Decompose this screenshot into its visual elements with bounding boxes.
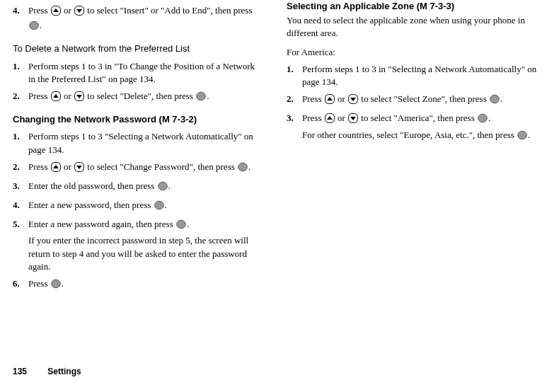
text: Press xyxy=(28,91,50,101)
svg-point-10 xyxy=(154,201,163,209)
up-icon xyxy=(51,162,61,175)
step-text: Press or to select "Select Zone", then p… xyxy=(302,93,538,108)
step-zone-3: 3. Press or to select "America", then pr… xyxy=(287,112,538,143)
down-icon xyxy=(74,91,84,105)
right-column: Selecting an Applicable Zone (M 7-3-3) Y… xyxy=(287,0,538,292)
step-text: Press or to select "Change Password", th… xyxy=(28,161,264,175)
text: Enter the old password, then press xyxy=(28,180,157,191)
up-icon xyxy=(51,91,61,105)
step-text: Perform steps 1 to 3 in "To Change the P… xyxy=(28,60,264,86)
step-text: Enter the old password, then press . xyxy=(28,180,264,195)
subheading-delete-network: To Delete a Network from the Preferred L… xyxy=(13,42,264,55)
chapter-title: Settings xyxy=(47,367,81,376)
step-insert-add: 4. Press or to select "Insert" or "Add t… xyxy=(13,4,264,34)
text: . xyxy=(165,200,167,210)
svg-point-19 xyxy=(518,131,527,139)
svg-point-5 xyxy=(197,92,206,100)
step-zone-1: 1. Perform steps 1 to 3 in "Selecting a … xyxy=(287,63,538,88)
ok-button-icon xyxy=(490,94,500,108)
text: . xyxy=(207,91,209,101)
menu-code: (M 7-3-2) xyxy=(156,114,197,125)
down-icon xyxy=(348,94,358,108)
step-pwd-5: 5. Enter a new password again, then pres… xyxy=(13,218,264,273)
left-column: 4. Press or to select "Insert" or "Add t… xyxy=(13,0,264,292)
subheading-change-password: Changing the Network Password (M 7-3-2) xyxy=(13,113,264,126)
for-america-label: For America: xyxy=(287,46,538,59)
text: . xyxy=(168,180,171,191)
text: Press xyxy=(28,5,50,16)
step-text: Press or to select "Delete", then press … xyxy=(28,90,264,105)
step-number: 4. xyxy=(13,4,28,34)
text: . xyxy=(488,113,490,123)
step-number: 2. xyxy=(13,90,28,105)
step-number: 5. xyxy=(13,218,28,273)
step-delete-2: 2. Press or to select "Delete", then pre… xyxy=(13,90,264,105)
text: or xyxy=(62,161,74,172)
step-pwd-1: 1. Perform steps 1 to 3 "Selecting a Net… xyxy=(13,130,264,156)
step-pwd-4: 4. Enter a new password, then press . xyxy=(13,199,264,214)
up-icon xyxy=(325,94,335,108)
step-zone-2: 2. Press or to select "Select Zone", the… xyxy=(287,93,538,108)
step-text: Press . xyxy=(28,277,264,292)
text: . xyxy=(528,129,530,140)
text: . xyxy=(62,278,64,289)
text: or xyxy=(62,91,74,101)
heading-text: Selecting an Applicable Zone xyxy=(287,1,414,11)
text: Press xyxy=(302,113,324,123)
note-text: If you enter the incorrect password in s… xyxy=(28,234,264,273)
step-text: Press or to select "Insert" or "Add to E… xyxy=(28,4,264,34)
text: to select "Insert" or "Add to End", then… xyxy=(85,5,252,16)
step-number: 1. xyxy=(13,60,28,86)
step-pwd-2: 2. Press or to select "Change Password",… xyxy=(13,161,264,175)
text: Press xyxy=(302,93,324,104)
step-text: Enter a new password again, then press .… xyxy=(28,218,264,273)
step-text: Press or to select "America", then press… xyxy=(302,112,538,143)
text: to select "America", then press xyxy=(359,113,477,123)
step-delete-1: 1. Perform steps 1 to 3 in "To Change th… xyxy=(13,60,264,86)
step-text: Perform steps 1 to 3 in "Selecting a Net… xyxy=(302,63,538,88)
text: to select "Select Zone", then press xyxy=(359,93,489,104)
svg-point-12 xyxy=(51,279,60,288)
ok-button-icon xyxy=(238,162,248,175)
ok-button-icon xyxy=(154,200,164,214)
note-text: For other countries, select "Europe, Asi… xyxy=(302,129,538,144)
step-text: Perform steps 1 to 3 "Selecting a Networ… xyxy=(28,130,264,156)
text: to select "Delete", then press xyxy=(85,91,195,101)
svg-point-8 xyxy=(238,163,248,171)
text: Enter a new password again, then press xyxy=(28,219,175,229)
intro-text: You need to select the applicable zone w… xyxy=(287,14,538,40)
text: or xyxy=(335,93,347,104)
text: . xyxy=(187,219,189,229)
page-footer: 135 Settings xyxy=(13,366,81,378)
step-number: 2. xyxy=(287,93,302,108)
ok-button-icon xyxy=(29,21,39,34)
step-number: 3. xyxy=(13,180,28,195)
down-icon xyxy=(74,162,84,175)
ok-button-icon xyxy=(196,91,206,105)
text: Press xyxy=(28,278,50,289)
down-icon xyxy=(74,6,84,19)
ok-button-icon xyxy=(158,181,168,195)
text: . xyxy=(500,93,502,104)
text: Press xyxy=(28,161,50,172)
step-pwd-6: 6. Press . xyxy=(13,277,264,292)
ok-button-icon xyxy=(478,113,488,127)
svg-point-2 xyxy=(30,21,39,30)
ok-button-icon xyxy=(51,279,61,292)
text: Enter a new password, then press xyxy=(28,200,154,210)
step-number: 3. xyxy=(287,112,302,143)
text: . xyxy=(248,161,250,172)
step-number: 1. xyxy=(287,63,302,88)
menu-code: (M 7-3-3) xyxy=(414,1,454,11)
svg-point-18 xyxy=(478,115,488,123)
text: or xyxy=(335,113,347,123)
svg-point-11 xyxy=(177,220,186,229)
svg-point-15 xyxy=(490,95,500,103)
ok-button-icon xyxy=(517,130,527,144)
up-icon xyxy=(325,113,335,127)
step-number: 6. xyxy=(13,277,28,292)
subheading-applicable-zone: Selecting an Applicable Zone (M 7-3-3) xyxy=(287,0,538,13)
step-number: 4. xyxy=(13,199,28,214)
heading-text: Changing the Network Password xyxy=(13,114,156,125)
step-pwd-3: 3. Enter the old password, then press . xyxy=(13,180,264,195)
